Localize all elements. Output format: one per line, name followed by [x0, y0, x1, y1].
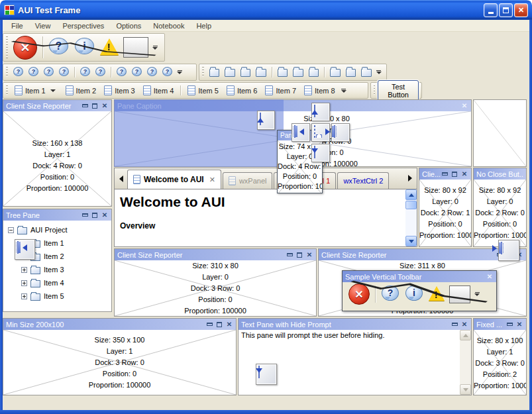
toolbar-gripper[interactable] — [374, 85, 375, 95]
close-pane-button[interactable]: ✕ — [460, 102, 468, 110]
close-pane-button[interactable]: ✕ — [305, 251, 313, 259]
pin-button[interactable] — [505, 321, 513, 329]
dock-guide-left-edge[interactable] — [15, 239, 35, 260]
toolbar-item-6[interactable]: Item 6 — [223, 84, 262, 97]
help-icon-button[interactable]: ? — [117, 67, 127, 76]
tree-node-item[interactable]: Item 5 — [3, 289, 111, 303]
tree-node-item[interactable]: Item 4 — [3, 276, 111, 289]
chart-icon-button[interactable] — [123, 37, 148, 58]
tree-node-root[interactable]: AUI Project — [3, 223, 111, 236]
dock-guide-down[interactable] — [311, 144, 330, 162]
folder-icon-button[interactable] — [309, 69, 319, 77]
folder-icon-button[interactable] — [361, 69, 372, 77]
help-icon-button[interactable]: ? — [44, 67, 54, 76]
collapse-icon[interactable] — [8, 227, 14, 233]
toolbar-overflow-dropdown[interactable] — [376, 70, 382, 74]
close-pane-button[interactable]: ✕ — [460, 321, 468, 329]
floating-toolbar-window[interactable]: Sample Vertical Toolbar ✕ ✕ ? i ! — [342, 270, 497, 311]
tree-node-item[interactable]: Item 3 — [3, 263, 111, 276]
help-icon-button[interactable]: ? — [80, 67, 90, 76]
notebook-scrollbar[interactable] — [405, 189, 417, 246]
close-pane-button[interactable]: ✕ — [515, 321, 523, 329]
text-editor[interactable]: This pane will prompt the user before hi… — [239, 330, 471, 395]
dock-guide-right[interactable] — [331, 123, 350, 142]
menu-view[interactable]: View — [29, 21, 57, 31]
tab-scroll-left-button[interactable] — [115, 169, 127, 189]
chart-icon-button[interactable] — [449, 285, 470, 303]
expand-icon[interactable] — [21, 293, 27, 299]
folder-icon-button[interactable] — [293, 69, 303, 77]
pin-button[interactable] — [286, 251, 293, 259]
folder-icon-button[interactable] — [209, 69, 220, 77]
tab-wxpanel[interactable]: wxPanel — [223, 172, 273, 189]
scroll-up-button[interactable] — [405, 189, 417, 200]
close-window-button[interactable]: ✕ — [514, 3, 528, 17]
pane-caption-bar[interactable]: Fixed ... ✕ — [474, 319, 526, 330]
pin-button[interactable] — [451, 321, 458, 329]
toolbar-overflow-dropdown[interactable] — [177, 70, 182, 74]
text-scrollbar[interactable] — [460, 330, 471, 395]
pane-caption-bar[interactable]: Client Size Reporter ✕ — [3, 100, 111, 111]
toolbar-item-3[interactable]: Item 3 — [100, 84, 139, 97]
tab-close-icon[interactable]: ✕ — [209, 176, 215, 184]
toolbar-item-8[interactable]: Item 8 — [300, 84, 339, 97]
folder-icon-button[interactable] — [346, 69, 356, 77]
toolbar-item-1[interactable]: Item 1 — [11, 84, 62, 97]
toolbar-overflow-dropdown[interactable] — [341, 89, 346, 93]
pin-button[interactable] — [81, 211, 89, 219]
help-icon-button[interactable]: ? — [147, 67, 157, 76]
help-icon-button[interactable]: ? — [162, 67, 172, 76]
help-icon-button[interactable]: ? — [13, 67, 23, 76]
maximize-pane-button[interactable] — [91, 102, 99, 110]
window-titlebar[interactable]: AUI Test Frame ✕ — [0, 0, 532, 20]
pane-caption-bar[interactable]: Tree Pane ✕ — [3, 209, 111, 221]
menu-options[interactable]: Options — [110, 21, 147, 31]
dock-guide-left[interactable] — [292, 123, 310, 142]
pin-button[interactable] — [441, 170, 449, 178]
toolbar-gripper[interactable] — [202, 67, 204, 78]
scroll-down-button[interactable] — [460, 384, 471, 395]
close-pane-button[interactable]: ✕ — [101, 211, 109, 219]
toolbar-gripper[interactable] — [6, 67, 8, 78]
expand-icon[interactable] — [21, 267, 27, 273]
toolbar-item-2[interactable]: Item 2 — [62, 84, 101, 97]
pane-caption-bar[interactable]: Client Size Reporter ✕ — [115, 249, 316, 260]
pane-caption-bar[interactable]: Clie... ✕ — [419, 168, 471, 180]
close-pane-button[interactable]: ✕ — [225, 321, 233, 329]
help-icon-button[interactable]: ? — [59, 67, 69, 76]
pane-caption-bar[interactable]: No Close But... — [474, 168, 526, 180]
dock-guide-up[interactable] — [311, 103, 330, 121]
pane-caption-bar[interactable]: Min Size 200x100 ✕ — [3, 319, 236, 330]
expand-icon[interactable] — [21, 280, 27, 286]
maximize-pane-button[interactable] — [295, 251, 303, 259]
dock-guide-right-edge[interactable] — [498, 240, 519, 261]
minimize-window-button[interactable] — [484, 3, 498, 17]
help-icon-button[interactable]: ? — [95, 67, 105, 76]
maximize-pane-button[interactable] — [451, 170, 458, 178]
menu-perspectives[interactable]: Perspectives — [56, 21, 110, 31]
close-pane-button[interactable]: ✕ — [101, 102, 109, 110]
dock-guide-top-edge[interactable] — [257, 111, 275, 130]
tab-wxtextctrl-2[interactable]: wxTextCtrl 2 — [337, 172, 389, 189]
folder-icon-button[interactable] — [330, 69, 341, 77]
folder-icon-button[interactable] — [256, 69, 266, 77]
close-pane-button[interactable]: ✕ — [460, 170, 468, 178]
menu-notebook[interactable]: Notebook — [147, 21, 190, 31]
pin-button[interactable] — [205, 321, 213, 329]
folder-icon-button[interactable] — [240, 69, 251, 77]
tab-welcome[interactable]: Welcome to AUI ✕ — [127, 170, 221, 189]
pin-button[interactable] — [81, 102, 89, 110]
toolbar-item-4[interactable]: Item 4 — [139, 84, 178, 97]
maximize-pane-button[interactable] — [215, 321, 223, 329]
item1-dropdown[interactable] — [50, 89, 56, 92]
toolbar-item-5[interactable]: Item 5 — [184, 84, 223, 97]
help-icon-button[interactable]: ? — [132, 67, 142, 76]
pane-caption-bar[interactable]: Text Pane with Hide Prompt ✕ — [239, 319, 471, 330]
scrollbar-thumb[interactable] — [405, 201, 417, 209]
scroll-down-button[interactable] — [405, 236, 417, 246]
folder-icon-button[interactable] — [278, 69, 288, 77]
maximize-pane-button[interactable] — [91, 211, 99, 219]
test-button[interactable]: Test Button — [378, 80, 419, 101]
tab-scroll-right-button[interactable] — [404, 168, 416, 188]
maximize-window-button[interactable] — [499, 3, 513, 17]
